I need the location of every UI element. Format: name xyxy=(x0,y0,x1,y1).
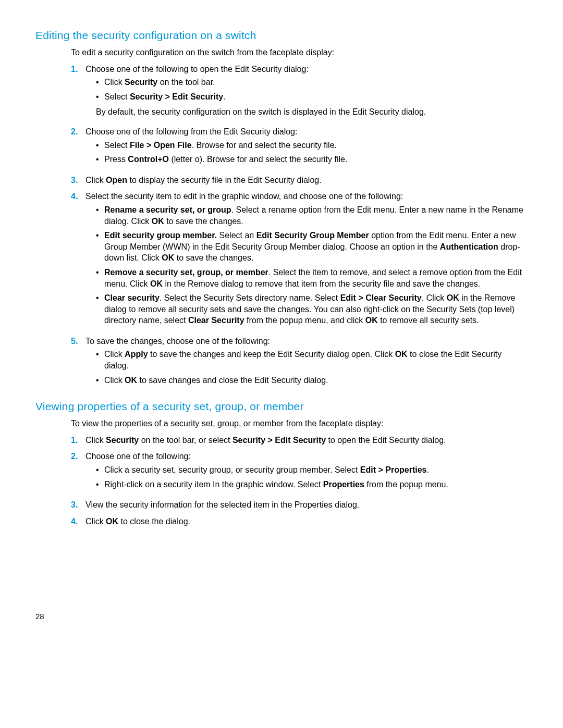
step-text: To save the changes, choose one of the f… xyxy=(85,337,270,346)
bullet-item: Edit security group member. Select an Ed… xyxy=(96,230,528,266)
step-5: 5. To save the changes, choose one of th… xyxy=(71,336,528,393)
page-number: 28 xyxy=(35,612,44,621)
step-number: 2. xyxy=(71,451,78,462)
bullet-item: Rename a security set, or group. Select … xyxy=(96,204,528,229)
bullet-item: Right-click on a security item In the gr… xyxy=(96,479,528,492)
bullet-list: Rename a security set, or group. Select … xyxy=(96,204,528,328)
intro-text: To edit a security configuration on the … xyxy=(71,47,528,58)
step-number: 3. xyxy=(71,175,78,186)
step-text: Choose one of the following to open the … xyxy=(85,65,309,73)
steps-list: 1. Choose one of the following to open t… xyxy=(71,64,528,393)
step-1: 1. Choose one of the following to open t… xyxy=(71,64,528,124)
step-number: 2. xyxy=(71,126,78,138)
steps-list: 1. Click Security on the tool bar, or se… xyxy=(71,435,528,530)
bullet-item: Remove a security set, group, or member.… xyxy=(96,267,528,291)
bullet-item: Click a security set, security group, or… xyxy=(96,464,528,478)
step-2: 2. Choose one of the following from the … xyxy=(71,126,528,172)
step-number: 1. xyxy=(71,435,78,446)
page-content: Editing the security configuration on a … xyxy=(0,0,563,530)
step-number: 4. xyxy=(71,516,78,527)
step-2: 2. Choose one of the following: Click a … xyxy=(71,451,528,497)
step-text: Choose one of the following from the Edi… xyxy=(85,127,297,136)
step-3: 3. Click Open to display the security fi… xyxy=(71,175,528,189)
step-3: 3. View the security information for the… xyxy=(71,499,528,514)
section-body-viewing: To view the properties of a security set… xyxy=(71,418,528,530)
bullet-item: Click Apply to save the changes and keep… xyxy=(96,349,528,373)
bullet-item: Click Security on the tool bar. xyxy=(96,77,528,90)
section-heading-viewing: Viewing properties of a security set, gr… xyxy=(35,400,528,413)
step-4: 4. Click OK to close the dialog. xyxy=(71,516,528,530)
intro-text: To view the properties of a security set… xyxy=(71,418,528,429)
bullet-list: Click Security on the tool bar. Select S… xyxy=(96,77,528,104)
step-number: 5. xyxy=(71,336,78,347)
step-number: 3. xyxy=(71,499,78,511)
bullet-list: Click Apply to save the changes and keep… xyxy=(96,349,528,388)
bullet-item: Press Control+O (letter o). Browse for a… xyxy=(96,154,528,167)
step-note: By default, the security configuration o… xyxy=(96,106,528,118)
step-number: 1. xyxy=(71,64,78,75)
step-text: Choose one of the following: xyxy=(85,452,191,461)
bullet-item: Select Security > Edit Security. xyxy=(96,91,528,105)
section-body-editing: To edit a security configuration on the … xyxy=(71,47,528,393)
bullet-item: Clear security. Select the Security Sets… xyxy=(96,292,528,328)
step-number: 4. xyxy=(71,191,78,202)
step-text: Select the security item to edit in the … xyxy=(85,192,403,201)
bullet-item: Select File > Open File. Browse for and … xyxy=(96,140,528,153)
bullet-list: Click a security set, security group, or… xyxy=(96,464,528,492)
bullet-list: Select File > Open File. Browse for and … xyxy=(96,140,528,167)
bullet-item: Click OK to save changes and close the E… xyxy=(96,375,528,388)
step-1: 1. Click Security on the tool bar, or se… xyxy=(71,435,528,449)
section-heading-editing: Editing the security configuration on a … xyxy=(35,29,528,42)
step-4: 4. Select the security item to edit in t… xyxy=(71,191,528,334)
